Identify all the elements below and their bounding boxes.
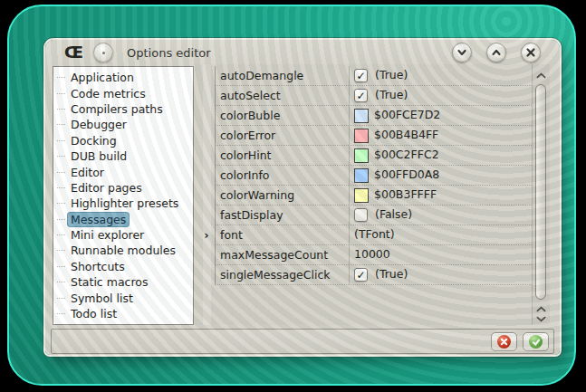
maximize-button[interactable] xyxy=(486,43,506,62)
property-value-text: $00FCE7D2 xyxy=(374,110,440,121)
sidebar-item-mini-explorer[interactable]: Mini explorer xyxy=(53,227,193,243)
property-name: colorError xyxy=(215,126,349,145)
property-row-autoDemangle[interactable]: autoDemangle ✓(True) xyxy=(215,66,532,86)
property-value-text: (True) xyxy=(375,269,408,281)
window-menu-button[interactable] xyxy=(93,43,113,62)
property-value[interactable]: $00FCE7D2 xyxy=(349,106,532,125)
property-row-maxMessageCount[interactable]: maxMessageCount 10000 xyxy=(215,245,532,265)
scrollbar-thumb[interactable] xyxy=(535,84,546,300)
tree-connector-icon xyxy=(57,203,65,204)
footer-bar xyxy=(51,329,554,354)
property-row-font[interactable]: font (TFont) xyxy=(215,225,532,245)
property-row-singleMessageClick[interactable]: singleMessageClick ✓(True) xyxy=(215,265,532,285)
sidebar-item-code-metrics[interactable]: Code metrics xyxy=(53,85,193,100)
color-swatch[interactable] xyxy=(354,188,369,203)
sidebar-item-label: Application xyxy=(68,71,137,84)
sidebar-item-application[interactable]: Application xyxy=(53,70,193,85)
ok-button[interactable] xyxy=(523,332,549,351)
color-swatch[interactable] xyxy=(354,129,369,143)
grid-splitter[interactable] xyxy=(203,64,211,325)
scroll-down-button[interactable] xyxy=(535,313,547,324)
tree-connector-icon xyxy=(57,156,65,157)
property-value[interactable]: ✓(True) xyxy=(349,86,532,105)
sidebar-item-symbol-list[interactable]: Symbol list xyxy=(53,290,193,305)
sidebar-item-label: Mini explorer xyxy=(68,228,147,242)
window-title: Options editor xyxy=(127,46,211,60)
sidebar-item-debugger[interactable]: Debugger xyxy=(53,117,193,132)
close-button[interactable] xyxy=(521,43,541,62)
tree-connector-icon xyxy=(57,124,65,125)
sidebar-item-highlighter-presets[interactable]: Highlighter presets xyxy=(53,196,193,211)
tree-connector-icon xyxy=(57,172,65,173)
property-value-text: $00FFD0A8 xyxy=(374,169,439,181)
tree-connector-icon xyxy=(57,282,65,282)
sidebar-item-shortcuts[interactable]: Shortcuts xyxy=(53,259,193,274)
property-name: autoDemangle xyxy=(215,66,349,85)
minimize-button[interactable] xyxy=(452,43,472,62)
property-value-text: (True) xyxy=(375,90,408,101)
sidebar-item-compilers-paths[interactable]: Compilers paths xyxy=(53,101,193,117)
vertical-scrollbar[interactable] xyxy=(532,64,550,325)
property-value[interactable]: $00B4B4FF xyxy=(349,126,532,145)
sidebar-item-static-macros[interactable]: Static macros xyxy=(53,274,193,290)
property-name: autoSelect xyxy=(215,86,349,105)
property-value[interactable]: (False) xyxy=(349,206,532,225)
property-name: fastDisplay xyxy=(215,206,349,225)
category-list: Application Code metrics Compilers paths… xyxy=(53,66,194,325)
titlebar[interactable]: Œ Options editor xyxy=(45,40,560,65)
window-controls xyxy=(452,43,541,62)
property-name: maxMessageCount xyxy=(215,245,349,264)
property-value[interactable]: $00B3FFFF xyxy=(349,186,532,205)
property-grid: › autoDemangle ✓(True) autoSelect ✓(True… xyxy=(195,64,550,325)
sidebar-item-dub-build[interactable]: DUB build xyxy=(53,148,193,164)
property-value-text: $00B4B4FF xyxy=(374,129,438,141)
tree-connector-icon xyxy=(57,313,65,314)
property-name: singleMessageClick xyxy=(215,265,349,284)
sidebar-item-runnable-modules[interactable]: Runnable modules xyxy=(53,243,193,258)
checkbox-checked-icon[interactable]: ✓ xyxy=(354,268,368,282)
property-row-colorError[interactable]: colorError $00B4B4FF xyxy=(215,126,532,146)
tree-connector-icon xyxy=(57,187,65,188)
property-name: colorHint xyxy=(215,146,349,165)
property-value[interactable]: $00FFD0A8 xyxy=(349,166,532,185)
checkbox-checked-icon[interactable]: ✓ xyxy=(354,69,368,82)
sidebar-item-label: Symbol list xyxy=(68,292,136,305)
tree-connector-icon xyxy=(57,234,65,235)
sidebar-item-label: Compilers paths xyxy=(68,102,166,116)
color-swatch[interactable] xyxy=(354,168,369,183)
sidebar-item-editor-pages[interactable]: Editor pages xyxy=(53,180,193,196)
property-value[interactable]: (TFont) xyxy=(349,225,532,244)
checkbox-unchecked-icon[interactable] xyxy=(354,208,368,222)
color-swatch[interactable] xyxy=(354,148,369,163)
property-row-colorInfo[interactable]: colorInfo $00FFD0A8 xyxy=(215,166,532,186)
chevron-down-icon xyxy=(536,316,546,322)
checkbox-checked-icon[interactable]: ✓ xyxy=(354,89,368,102)
expand-arrow-icon[interactable]: › xyxy=(200,228,213,242)
property-value[interactable]: 10000 xyxy=(349,245,532,264)
scroll-up-button[interactable] xyxy=(535,70,547,81)
sidebar-item-docking[interactable]: Docking xyxy=(53,133,193,148)
tree-connector-icon xyxy=(57,250,65,251)
tree-connector-icon xyxy=(57,109,65,110)
property-row-autoSelect[interactable]: autoSelect ✓(True) xyxy=(215,86,532,106)
property-value[interactable]: ✓(True) xyxy=(349,66,532,85)
property-row-colorBuble[interactable]: colorBuble $00FCE7D2 xyxy=(215,106,532,126)
property-row-fastDisplay[interactable]: fastDisplay (False) xyxy=(215,206,532,225)
cancel-button[interactable] xyxy=(491,332,517,351)
sidebar-item-editor[interactable]: Editor xyxy=(53,164,193,179)
sidebar-item-label: Highlighter presets xyxy=(68,196,181,210)
options-editor-window: Œ Options editor Application Code metric… xyxy=(45,40,560,355)
property-row-colorWarning[interactable]: colorWarning $00B3FFFF xyxy=(215,186,532,206)
tree-connector-icon xyxy=(57,219,65,220)
property-value-text: $00B3FFFF xyxy=(374,189,437,201)
property-value-text: (True) xyxy=(375,70,408,81)
chevron-up-icon xyxy=(536,306,546,312)
color-swatch[interactable] xyxy=(354,109,369,123)
sidebar-item-label: Shortcuts xyxy=(68,260,128,273)
property-row-colorHint[interactable]: colorHint $00C2FFC2 xyxy=(215,146,532,166)
property-value[interactable]: $00C2FFC2 xyxy=(349,146,532,165)
sidebar-item-todo-list[interactable]: Todo list xyxy=(53,306,193,321)
sidebar-item-messages[interactable]: Messages xyxy=(53,212,193,227)
sidebar-item-label: Editor pages xyxy=(68,181,145,195)
property-value[interactable]: ✓(True) xyxy=(349,265,532,284)
